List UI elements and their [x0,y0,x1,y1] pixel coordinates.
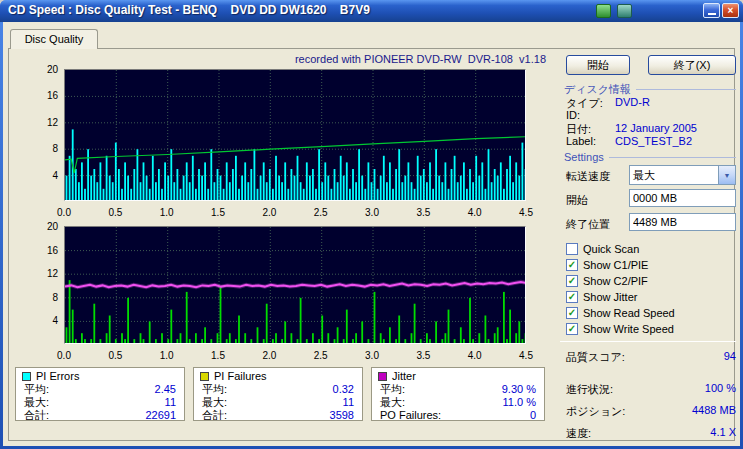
y-tick-label: 8 [30,143,58,154]
y-tick-label: 20 [30,64,58,75]
stat-row: 合計:3598 [194,409,362,422]
x-tick-label: 4.0 [463,207,487,218]
start-position-label: 開始 [566,193,588,208]
y-tick-label: 4 [30,170,58,181]
position-label: ポジション: [566,404,625,419]
pi-failures-stats-panel: PI Failures 平均:0.32 最大:11 合計:3598 [193,367,363,421]
panel-separator [560,341,736,342]
close-icon: × [728,5,734,16]
y-tick-label: 12 [30,268,58,279]
chevron-down-icon: ▼ [724,172,731,179]
x-tick-label: 4.0 [463,350,487,361]
titlebar-disc-icon[interactable] [596,4,611,18]
x-tick-label: 4.5 [514,350,538,361]
y-tick-label: 4 [30,315,58,326]
minimize-button[interactable] [703,3,720,18]
stat-row: PO Failures:0 [372,409,544,422]
pi-errors-stats-title: PI Errors [36,370,79,382]
exit-button[interactable]: 終了(X) [648,55,736,75]
end-position-input[interactable] [629,213,736,231]
checkbox-show-c1-pie[interactable]: ✓Show C1/PIE [566,258,648,272]
disc-info-header: ディスク情報 [564,82,736,97]
start-position-input[interactable] [629,189,736,207]
checkbox-label: Show Read Speed [583,307,675,319]
pi-errors-stats-panel: PI Errors 平均:2.45 最大:11 合計:22691 [15,367,185,421]
x-tick-label: 1.5 [206,350,230,361]
x-tick-label: 0.0 [52,207,76,218]
disc-label-label: Label: [566,135,596,147]
stat-row: 最大:11 [194,396,362,409]
progress-label: 進行状況: [566,382,613,397]
x-tick-label: 1.0 [155,350,179,361]
x-tick-label: 2.0 [257,207,281,218]
speed-value: 4.1 X [626,426,736,438]
y-tick-label: 12 [30,117,58,128]
pi-failures-legend-swatch [200,372,209,381]
transfer-speed-label: 転送速度 [566,169,610,184]
tab-page: recorded with PIONEER DVD-RW DVR-108 v1.… [8,48,735,441]
checkbox-label: Show Write Speed [583,323,674,335]
stat-row: 平均:9.30 % [372,383,544,396]
checkbox-box[interactable]: ✓ [566,323,578,335]
tab-label: Disc Quality [25,33,84,45]
header-rule [609,157,736,158]
quality-score-value: 94 [649,350,736,362]
window-client-area: Disc Quality recorded with PIONEER DVD-R… [3,22,740,446]
progress-value: 100 % [626,382,736,394]
checkbox-label: Show C2/PIF [583,275,648,287]
combo-arrow-button[interactable]: ▼ [718,166,735,184]
x-tick-label: 3.5 [411,350,435,361]
y-tick-label: 16 [30,90,58,101]
checkbox-label: Quick Scan [583,243,639,255]
position-value: 4488 MB [626,404,736,416]
jitter-legend-swatch [378,372,387,381]
checkbox-show-write-speed[interactable]: ✓Show Write Speed [566,322,674,336]
disc-label-value: CDS_TEST_B2 [615,135,692,147]
stat-row: 最大:11.0 % [372,396,544,409]
checkbox-show-read-speed[interactable]: ✓Show Read Speed [566,306,675,320]
checkbox-box[interactable]: ✓ [566,275,578,287]
x-tick-label: 3.5 [411,207,435,218]
close-button[interactable]: × [722,3,739,18]
x-tick-label: 1.5 [206,207,230,218]
checkbox-quick-scan[interactable]: Quick Scan [566,242,639,256]
x-tick-label: 2.0 [257,350,281,361]
settings-header: Settings [564,151,736,163]
checkbox-box[interactable]: ✓ [566,307,578,319]
disc-id-label: ID: [566,109,580,121]
jitter-stats-panel: Jitter 平均:9.30 % 最大:11.0 % PO Failures:0 [371,367,545,421]
tab-disc-quality[interactable]: Disc Quality [10,29,98,49]
disc-type-value: DVD-R [615,96,650,108]
end-position-label: 終了位置 [566,217,610,232]
stat-row: 最大:11 [16,396,184,409]
jitter-stats-title: Jitter [392,370,416,382]
y-tick-label: 20 [30,221,58,232]
titlebar[interactable]: CD Speed : Disc Quality Test - BENQ DVD … [0,0,743,22]
pi-errors-chart [64,69,526,201]
x-tick-label: 2.5 [309,207,333,218]
x-tick-label: 0.0 [52,350,76,361]
minimize-icon [708,13,716,15]
checkbox-show-c2-pif[interactable]: ✓Show C2/PIF [566,274,648,288]
y-tick-label: 16 [30,245,58,256]
checkbox-show-jitter[interactable]: ✓Show Jitter [566,290,637,304]
checkbox-box[interactable]: ✓ [566,291,578,303]
transfer-speed-value: 最大 [630,168,718,183]
checkbox-box[interactable] [566,243,578,255]
pi-errors-legend-swatch [22,372,31,381]
disc-date-value: 12 January 2005 [615,122,697,134]
pi-failures-stats-title: PI Failures [214,370,267,382]
checkbox-label: Show C1/PIE [583,259,648,271]
x-tick-label: 0.5 [103,350,127,361]
stat-row: 平均:2.45 [16,383,184,396]
stat-row: 合計:22691 [16,409,184,422]
x-tick-label: 0.5 [103,207,127,218]
window-title: CD Speed : Disc Quality Test - BENQ DVD … [8,0,370,21]
titlebar-monitor-icon[interactable] [617,4,632,18]
checkbox-box[interactable]: ✓ [566,259,578,271]
start-button[interactable]: 開始 [566,55,630,75]
x-tick-label: 2.5 [309,350,333,361]
transfer-speed-select[interactable]: 最大 ▼ [629,165,736,185]
y-tick-label: 8 [30,292,58,303]
pi-failures-chart [64,226,526,344]
